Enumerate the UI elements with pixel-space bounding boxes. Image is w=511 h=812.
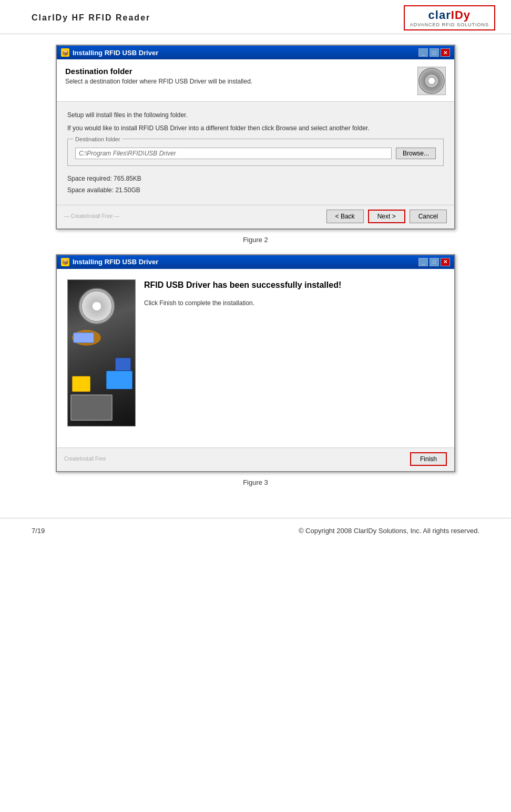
success-image	[67, 279, 136, 426]
image-disc	[78, 288, 115, 325]
image-card3	[115, 358, 131, 371]
figure2-dialog-title: Installing RFID USB Driver	[73, 49, 158, 57]
figure3-restore-button[interactable]: □	[430, 258, 439, 266]
logo-subtitle: ADVANCED RFID SOLUTIONS	[410, 22, 489, 27]
figure2-dlg-footer: — CreateInstall Free — < Back Next > Can…	[57, 205, 454, 228]
figure3-dialog-title: Installing RFID USB Driver	[73, 258, 158, 266]
dest-folder-legend: Destination folder	[73, 135, 122, 144]
dest-folder-input[interactable]	[75, 148, 392, 159]
next-button[interactable]: Next >	[368, 210, 405, 223]
logo-box: clarIDy ADVANCED RFID SOLUTIONS	[404, 5, 495, 30]
space-required: Space required: 765.85KB	[67, 173, 444, 185]
figure3-titlebar-left: 📦 Installing RFID USB Driver	[61, 258, 158, 266]
figure2-dlg-header: Destination folder Select a destination …	[57, 59, 454, 102]
restore-button[interactable]: □	[430, 48, 439, 57]
dlg-header-icon	[417, 67, 446, 95]
dlg-header-text: Destination folder Select a destination …	[65, 67, 252, 85]
figure3-installer-icon: 📦	[61, 258, 69, 266]
close-button[interactable]: ✕	[441, 48, 450, 57]
body-line2: If you would like to install RFID USB Dr…	[67, 123, 444, 133]
figure3-caption: Figure 3	[32, 478, 479, 486]
figure3-dlg-footer: CreateInstall Free Finish	[57, 447, 454, 471]
dlg-header-title: Destination folder	[65, 67, 252, 76]
image-usb	[73, 332, 94, 343]
figure3-win-controls[interactable]: _ □ ✕	[418, 258, 450, 266]
space-available: Space available: 21.50GB	[67, 185, 444, 196]
figure3-footer-brand: CreateInstall Free	[64, 456, 106, 462]
image-laptop	[70, 394, 113, 421]
cancel-button[interactable]: Cancel	[410, 210, 447, 223]
installer-icon: 📦	[61, 48, 69, 57]
figure3-footer-buttons: Finish	[410, 452, 447, 466]
figure3-dlg-body: RFID USB Driver has been successfully in…	[57, 269, 454, 447]
page-content: 📦 Installing RFID USB Driver _ □ ✕ Desti…	[0, 34, 511, 507]
finish-button[interactable]: Finish	[410, 452, 447, 466]
figure2-dialog: 📦 Installing RFID USB Driver _ □ ✕ Desti…	[56, 45, 455, 230]
minimize-button[interactable]: _	[418, 48, 428, 57]
body-line1: Setup will install files in the followin…	[67, 110, 444, 120]
page-number: 7/19	[32, 527, 45, 535]
space-info: Space required: 765.85KB Space available…	[67, 173, 444, 196]
footer-brand: — CreateInstall Free —	[64, 213, 119, 219]
image-card2	[72, 376, 90, 392]
success-sub: Click Finish to complete the installatio…	[144, 299, 444, 307]
logo-area: clarIDy ADVANCED RFID SOLUTIONS	[404, 5, 495, 30]
win-controls[interactable]: _ □ ✕	[418, 48, 450, 57]
disc-icon	[418, 68, 445, 94]
success-title: RFID USB Driver has been successfully in…	[144, 279, 444, 291]
figure3-dialog: 📦 Installing RFID USB Driver _ □ ✕	[56, 254, 455, 472]
figure3-minimize-button[interactable]: _	[418, 258, 428, 266]
browse-button[interactable]: Browse...	[396, 148, 436, 159]
dest-folder-group: Destination folder Browse...	[67, 139, 444, 166]
image-cards	[106, 371, 132, 389]
page-title: ClarIDy HF RFID Reader	[32, 13, 150, 23]
figure3-close-button[interactable]: ✕	[441, 258, 450, 266]
figure3-titlebar: 📦 Installing RFID USB Driver _ □ ✕	[57, 255, 454, 269]
footer-copyright: © Copyright 2008 ClarIDy Solutions, Inc.…	[299, 527, 479, 535]
titlebar-left: 📦 Installing RFID USB Driver	[61, 48, 158, 57]
back-button[interactable]: < Back	[326, 210, 364, 223]
page-header: ClarIDy HF RFID Reader clarIDy ADVANCED …	[0, 0, 511, 34]
logo-brand: clarIDy	[428, 8, 471, 22]
dest-folder-row: Browse...	[75, 148, 436, 159]
figure2-dlg-content: Setup will install files in the followin…	[57, 102, 454, 205]
figure2-titlebar: 📦 Installing RFID USB Driver _ □ ✕	[57, 46, 454, 59]
page-footer: 7/19 © Copyright 2008 ClarIDy Solutions,…	[0, 518, 511, 543]
figure2-caption: Figure 2	[32, 236, 479, 244]
success-text: RFID USB Driver has been successfully in…	[144, 279, 444, 307]
dlg-header-subtitle: Select a destination folder where RFID U…	[65, 78, 252, 85]
footer-buttons: < Back Next > Cancel	[326, 210, 447, 223]
